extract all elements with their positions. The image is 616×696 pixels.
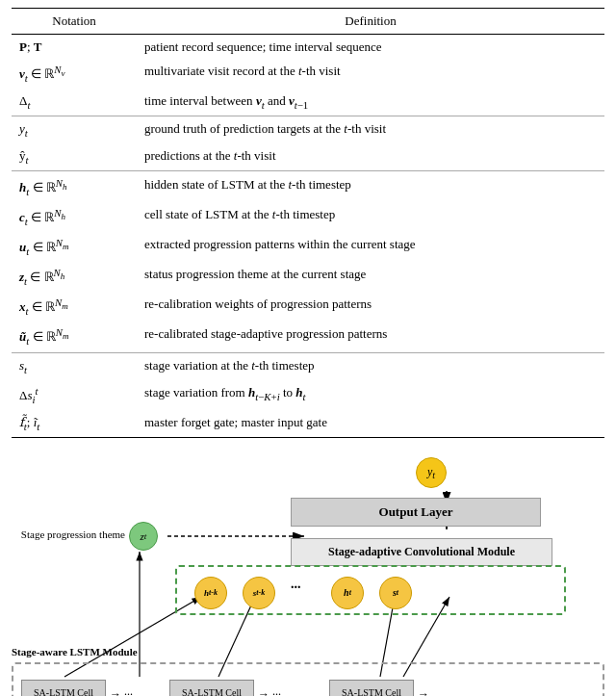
table-row: ŷt predictions at the t-th visit [12,143,604,170]
notation-cell: vt ∈ ℝNv [12,59,137,89]
arrow-dots-2: → ··· [258,687,281,696]
definition-cell: time interval between vt and vt−1 [137,89,604,116]
diagram-inner: yt Output Layer Stage-adaptive Convoluti… [12,457,604,696]
table-row: yt ground truth of prediction targets at… [12,116,604,143]
header-definition: Definition [137,9,604,35]
definition-cell: re-calibrated stage-adaptive progression… [137,322,604,352]
table-row: ut ∈ ℝNm extracted progression patterns … [12,232,604,262]
output-layer-box: Output Layer [291,498,541,527]
table-row: zt ∈ ℝNh status progression theme at the… [12,262,604,292]
table-row: ht ∈ ℝNh hidden state of LSTM at the t-t… [12,172,604,202]
table-row: vt ∈ ℝNv multivariate visit record at th… [12,59,604,89]
sa-lstm-cell-1: SA-LSTM Cell [21,680,106,696]
zt-circle: zt [129,522,158,551]
arrow-right-end: → [418,687,429,696]
notation-cell: st [12,353,137,380]
notation-cell: ht ∈ ℝNh [12,172,137,202]
notation-cell: Δt [12,89,137,116]
definition-cell: multivariate visit record at the t-th vi… [137,59,604,89]
notation-cell: Δsit [12,380,137,410]
table-row: P; T patient record sequence; time inter… [12,34,604,59]
definition-cell: ground truth of prediction targets at th… [137,116,604,143]
table-row: xt ∈ ℝNm re-calibration weights of progr… [12,292,604,322]
table-row: st stage variation at the t-th timestep [12,353,604,380]
yt-label: yt [427,465,435,480]
sa-lstm-cell-3: SA-LSTM Cell [329,680,414,696]
notation-cell: zt ∈ ℝNh [12,262,137,292]
sa-lstm-box: SA-LSTM Cell → ··· SA-LSTM Cell → ··· SA… [12,662,604,696]
definition-cell: status progression theme at the current … [137,262,604,292]
definition-cell: extracted progression patterns within th… [137,232,604,262]
arrow-dots-1: → ··· [110,687,133,696]
ht-circle: ht [331,577,364,609]
diagram-section: yt Output Layer Stage-adaptive Convoluti… [0,448,616,696]
notation-cell: P; T [12,34,137,59]
sa-lstm-label: Stage-aware LSTM Module [12,646,138,657]
notation-cell: xt ∈ ℝNm [12,292,137,322]
st-circle: st [379,577,412,609]
definition-cell: re-calibration weights of progression pa… [137,292,604,322]
definition-cell: patient record sequence; time interval s… [137,34,604,59]
sa-lstm-cell-2: SA-LSTM Cell [169,680,254,696]
notation-cell: ut ∈ ℝNm [12,232,137,262]
s-tk-circle: st-k [243,577,275,609]
notation-table-section: Notation Definition P; T patient record … [0,0,616,448]
table-row: f̃t; ĩt master forget gate; master input… [12,410,604,437]
sacm-box: Stage-adaptive Convolutional Module [291,538,552,566]
notation-cell: f̃t; ĩt [12,410,137,437]
notation-cell: ŷt [12,143,137,170]
notation-table: Notation Definition P; T patient record … [12,8,604,438]
definition-cell: master forget gate; master input gate [137,410,604,437]
definition-cell: cell state of LSTM at the t-th timestep [137,202,604,232]
definition-cell: predictions at the t-th visit [137,143,604,170]
output-layer-label: Output Layer [379,504,453,519]
notation-cell: ũt ∈ ℝNm [12,322,137,352]
dashed-green-container: ht-k st-k ··· ht st [175,565,566,615]
sacm-label: Stage-adaptive Convolutional Module [328,545,515,558]
table-row: Δt time interval between vt and vt−1 [12,89,604,116]
table-row: ũt ∈ ℝNm re-calibrated stage-adaptive pr… [12,322,604,352]
table-row: Δsit stage variation from ht−K+i to ht [12,380,604,410]
dots-label: ··· [291,580,301,596]
definition-cell: stage variation from ht−K+i to ht [137,380,604,410]
stage-prog-label: Stage progression theme [12,528,125,540]
h-tk-circle: ht-k [194,577,227,609]
notation-cell: ct ∈ ℝNh [12,202,137,232]
definition-cell: hidden state of LSTM at the t-th timeste… [137,172,604,202]
header-notation: Notation [12,9,137,35]
yt-circle: yt [416,457,447,488]
notation-cell: yt [12,116,137,143]
definition-cell: stage variation at the t-th timestep [137,353,604,380]
table-row: ct ∈ ℝNh cell state of LSTM at the t-th … [12,202,604,232]
